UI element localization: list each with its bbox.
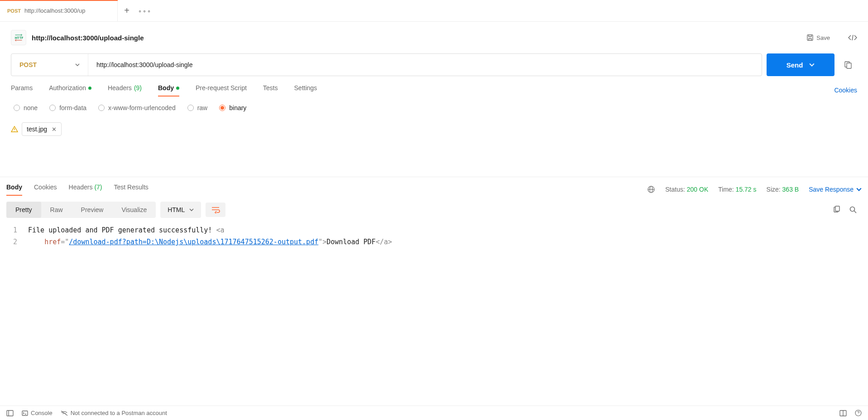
request-name[interactable]: http://localhost:3000/upload-single [32,34,796,42]
size-value: 363 B [782,186,799,193]
tab-authorization[interactable]: Authorization [49,84,91,96]
code-icon[interactable] [848,34,857,41]
status-dot-icon [88,87,91,90]
radio-none[interactable]: none [14,104,38,111]
svg-rect-10 [22,411,28,415]
save-label: Save [816,34,830,41]
send-button[interactable]: Send [767,53,834,76]
body-type-radios: none form-data x-www-form-urlencoded raw… [0,96,868,117]
viewtab-pretty[interactable]: Pretty [6,202,41,218]
radio-binary[interactable]: binary [219,104,246,111]
layout-toggle[interactable] [839,410,847,416]
right-panel-toggle[interactable] [839,53,857,76]
console-button[interactable]: Console [22,410,53,416]
response-tab-cookies[interactable]: Cookies [34,183,57,195]
time-value: 15.72 s [736,186,757,193]
help-button[interactable] [855,410,862,416]
response-body[interactable]: 1File uploaded and PDF generated success… [0,222,868,248]
save-icon [806,34,814,41]
viewtab-visualize[interactable]: Visualize [112,202,156,218]
response-tab-body[interactable]: Body [6,183,22,195]
tab-settings[interactable]: Settings [294,84,317,96]
radio-form-data[interactable]: form-data [49,104,86,111]
save-button[interactable]: Save [802,31,834,44]
sidebar-toggle[interactable] [6,410,14,416]
response-tab-test-results[interactable]: Test Results [114,183,149,195]
radio-raw[interactable]: raw [187,104,208,111]
svg-rect-9 [7,410,13,416]
status-dot-icon [176,87,179,90]
response-tabs: Body Cookies Headers (7) Test Results St… [0,177,868,195]
tab-method: POST [7,8,21,14]
svg-rect-7 [835,206,839,211]
request-bar: POST Send [0,53,868,76]
tab-tests[interactable]: Tests [263,84,278,96]
tab-pre-request-script[interactable]: Pre-request Script [196,84,247,96]
chevron-down-icon [75,63,80,67]
tab-options-button[interactable]: ∘∘∘ [136,0,154,22]
request-config-tabs: Params Authorization Headers (9) Body Pr… [0,76,868,96]
save-response-button[interactable]: Save Response [809,186,862,193]
file-chip[interactable]: test.jpg ✕ [22,122,62,136]
viewtab-preview[interactable]: Preview [72,202,113,218]
radio-x-www-form-urlencoded[interactable]: x-www-form-urlencoded [98,104,176,111]
tab-bar: POST http://localhost:3000/up + ∘∘∘ [0,0,868,22]
method-label: POST [19,61,37,68]
tab-title: http://localhost:3000/up [24,7,85,14]
globe-icon[interactable] [647,185,655,193]
file-name: test.jpg [27,126,47,133]
search-response-button[interactable] [849,206,857,214]
remove-file-button[interactable]: ✕ [52,126,57,133]
method-url-box: POST [11,53,762,76]
chevron-down-icon [809,62,815,68]
connection-status[interactable]: Not connected to a Postman account [61,410,167,416]
cookies-link[interactable]: Cookies [834,87,857,94]
svg-rect-3 [847,63,851,68]
response-meta: Status: 200 OK Time: 15.72 s Size: 363 B… [647,185,862,193]
url-input[interactable] [88,54,762,76]
http-icon: HTTP [11,30,26,45]
tab-headers[interactable]: Headers (9) [108,84,142,96]
wrap-lines-button[interactable] [206,203,225,217]
tab-body[interactable]: Body [158,84,179,96]
viewtab-raw[interactable]: Raw [41,202,72,218]
response-view-tabs: Pretty Raw Preview Visualize HTML [0,195,868,222]
binary-file-row: test.jpg ✕ [0,117,868,136]
method-selector[interactable]: POST [11,54,88,76]
copy-response-button[interactable] [833,206,841,214]
svg-rect-1 [807,35,813,40]
warning-icon [11,126,18,133]
new-tab-button[interactable]: + [118,0,136,22]
send-label: Send [786,61,803,69]
response-language-selector[interactable]: HTML [160,202,201,218]
request-header: HTTP http://localhost:3000/upload-single… [0,22,868,53]
status-bar: Console Not connected to a Postman accou… [0,406,868,420]
response-tab-headers[interactable]: Headers (7) [69,183,102,195]
svg-point-8 [850,207,855,212]
status-value: 200 OK [687,186,708,193]
tab-params[interactable]: Params [11,84,33,96]
request-tab[interactable]: POST http://localhost:3000/up [0,0,118,22]
